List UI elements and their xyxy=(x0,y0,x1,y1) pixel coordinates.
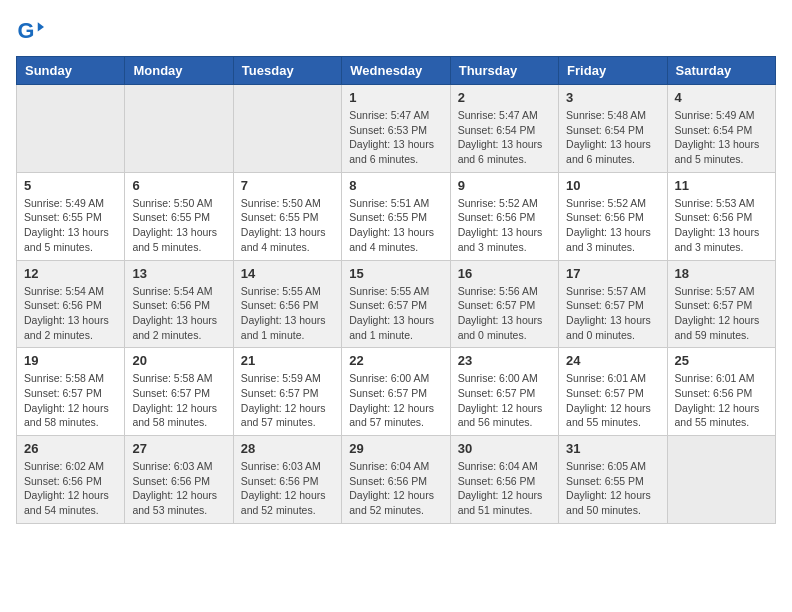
day-number: 18 xyxy=(675,266,768,281)
day-info: Sunrise: 6:03 AM Sunset: 6:56 PM Dayligh… xyxy=(241,459,334,518)
calendar-cell: 28Sunrise: 6:03 AM Sunset: 6:56 PM Dayli… xyxy=(233,436,341,524)
day-number: 26 xyxy=(24,441,117,456)
day-info: Sunrise: 6:03 AM Sunset: 6:56 PM Dayligh… xyxy=(132,459,225,518)
calendar-cell: 6Sunrise: 5:50 AM Sunset: 6:55 PM Daylig… xyxy=(125,172,233,260)
calendar-cell: 24Sunrise: 6:01 AM Sunset: 6:57 PM Dayli… xyxy=(559,348,667,436)
day-number: 24 xyxy=(566,353,659,368)
day-info: Sunrise: 5:57 AM Sunset: 6:57 PM Dayligh… xyxy=(566,284,659,343)
weekday-header: Saturday xyxy=(667,57,775,85)
calendar-cell: 29Sunrise: 6:04 AM Sunset: 6:56 PM Dayli… xyxy=(342,436,450,524)
day-info: Sunrise: 6:02 AM Sunset: 6:56 PM Dayligh… xyxy=(24,459,117,518)
day-number: 10 xyxy=(566,178,659,193)
day-number: 20 xyxy=(132,353,225,368)
day-number: 22 xyxy=(349,353,442,368)
calendar-cell: 7Sunrise: 5:50 AM Sunset: 6:55 PM Daylig… xyxy=(233,172,341,260)
day-number: 7 xyxy=(241,178,334,193)
calendar-week-row: 1Sunrise: 5:47 AM Sunset: 6:53 PM Daylig… xyxy=(17,85,776,173)
day-info: Sunrise: 5:52 AM Sunset: 6:56 PM Dayligh… xyxy=(458,196,551,255)
day-number: 29 xyxy=(349,441,442,456)
calendar-cell xyxy=(17,85,125,173)
day-number: 3 xyxy=(566,90,659,105)
calendar-cell xyxy=(125,85,233,173)
day-number: 21 xyxy=(241,353,334,368)
weekday-header: Monday xyxy=(125,57,233,85)
calendar-cell: 12Sunrise: 5:54 AM Sunset: 6:56 PM Dayli… xyxy=(17,260,125,348)
header: G xyxy=(16,16,776,44)
svg-text:G: G xyxy=(18,18,35,43)
day-info: Sunrise: 5:55 AM Sunset: 6:56 PM Dayligh… xyxy=(241,284,334,343)
day-info: Sunrise: 5:59 AM Sunset: 6:57 PM Dayligh… xyxy=(241,371,334,430)
day-number: 6 xyxy=(132,178,225,193)
calendar-cell xyxy=(233,85,341,173)
calendar-cell: 14Sunrise: 5:55 AM Sunset: 6:56 PM Dayli… xyxy=(233,260,341,348)
day-number: 16 xyxy=(458,266,551,281)
svg-marker-1 xyxy=(38,22,44,31)
day-info: Sunrise: 6:01 AM Sunset: 6:56 PM Dayligh… xyxy=(675,371,768,430)
calendar-week-row: 26Sunrise: 6:02 AM Sunset: 6:56 PM Dayli… xyxy=(17,436,776,524)
day-info: Sunrise: 6:01 AM Sunset: 6:57 PM Dayligh… xyxy=(566,371,659,430)
day-info: Sunrise: 5:58 AM Sunset: 6:57 PM Dayligh… xyxy=(24,371,117,430)
weekday-header: Friday xyxy=(559,57,667,85)
calendar-cell: 4Sunrise: 5:49 AM Sunset: 6:54 PM Daylig… xyxy=(667,85,775,173)
calendar-cell: 5Sunrise: 5:49 AM Sunset: 6:55 PM Daylig… xyxy=(17,172,125,260)
calendar-cell: 21Sunrise: 5:59 AM Sunset: 6:57 PM Dayli… xyxy=(233,348,341,436)
logo: G xyxy=(16,16,48,44)
day-number: 4 xyxy=(675,90,768,105)
day-info: Sunrise: 5:49 AM Sunset: 6:55 PM Dayligh… xyxy=(24,196,117,255)
calendar: SundayMondayTuesdayWednesdayThursdayFrid… xyxy=(16,56,776,524)
day-info: Sunrise: 6:00 AM Sunset: 6:57 PM Dayligh… xyxy=(458,371,551,430)
day-info: Sunrise: 5:56 AM Sunset: 6:57 PM Dayligh… xyxy=(458,284,551,343)
calendar-cell: 17Sunrise: 5:57 AM Sunset: 6:57 PM Dayli… xyxy=(559,260,667,348)
calendar-cell: 1Sunrise: 5:47 AM Sunset: 6:53 PM Daylig… xyxy=(342,85,450,173)
day-info: Sunrise: 6:04 AM Sunset: 6:56 PM Dayligh… xyxy=(349,459,442,518)
day-number: 2 xyxy=(458,90,551,105)
day-number: 15 xyxy=(349,266,442,281)
day-number: 19 xyxy=(24,353,117,368)
weekday-header: Sunday xyxy=(17,57,125,85)
day-number: 9 xyxy=(458,178,551,193)
calendar-cell: 23Sunrise: 6:00 AM Sunset: 6:57 PM Dayli… xyxy=(450,348,558,436)
day-info: Sunrise: 5:54 AM Sunset: 6:56 PM Dayligh… xyxy=(24,284,117,343)
calendar-cell: 26Sunrise: 6:02 AM Sunset: 6:56 PM Dayli… xyxy=(17,436,125,524)
weekday-header: Wednesday xyxy=(342,57,450,85)
calendar-cell: 2Sunrise: 5:47 AM Sunset: 6:54 PM Daylig… xyxy=(450,85,558,173)
calendar-week-row: 5Sunrise: 5:49 AM Sunset: 6:55 PM Daylig… xyxy=(17,172,776,260)
day-info: Sunrise: 5:49 AM Sunset: 6:54 PM Dayligh… xyxy=(675,108,768,167)
day-number: 13 xyxy=(132,266,225,281)
calendar-cell: 30Sunrise: 6:04 AM Sunset: 6:56 PM Dayli… xyxy=(450,436,558,524)
day-number: 25 xyxy=(675,353,768,368)
logo-icon: G xyxy=(16,16,44,44)
day-number: 30 xyxy=(458,441,551,456)
calendar-cell: 8Sunrise: 5:51 AM Sunset: 6:55 PM Daylig… xyxy=(342,172,450,260)
day-number: 31 xyxy=(566,441,659,456)
calendar-cell: 9Sunrise: 5:52 AM Sunset: 6:56 PM Daylig… xyxy=(450,172,558,260)
calendar-cell: 11Sunrise: 5:53 AM Sunset: 6:56 PM Dayli… xyxy=(667,172,775,260)
day-info: Sunrise: 6:00 AM Sunset: 6:57 PM Dayligh… xyxy=(349,371,442,430)
calendar-week-row: 19Sunrise: 5:58 AM Sunset: 6:57 PM Dayli… xyxy=(17,348,776,436)
day-number: 23 xyxy=(458,353,551,368)
calendar-cell: 18Sunrise: 5:57 AM Sunset: 6:57 PM Dayli… xyxy=(667,260,775,348)
calendar-cell: 15Sunrise: 5:55 AM Sunset: 6:57 PM Dayli… xyxy=(342,260,450,348)
day-number: 11 xyxy=(675,178,768,193)
day-info: Sunrise: 5:50 AM Sunset: 6:55 PM Dayligh… xyxy=(241,196,334,255)
day-info: Sunrise: 5:53 AM Sunset: 6:56 PM Dayligh… xyxy=(675,196,768,255)
day-info: Sunrise: 5:58 AM Sunset: 6:57 PM Dayligh… xyxy=(132,371,225,430)
calendar-cell: 27Sunrise: 6:03 AM Sunset: 6:56 PM Dayli… xyxy=(125,436,233,524)
day-info: Sunrise: 5:57 AM Sunset: 6:57 PM Dayligh… xyxy=(675,284,768,343)
day-number: 1 xyxy=(349,90,442,105)
header-row: SundayMondayTuesdayWednesdayThursdayFrid… xyxy=(17,57,776,85)
calendar-cell: 22Sunrise: 6:00 AM Sunset: 6:57 PM Dayli… xyxy=(342,348,450,436)
calendar-week-row: 12Sunrise: 5:54 AM Sunset: 6:56 PM Dayli… xyxy=(17,260,776,348)
calendar-cell: 3Sunrise: 5:48 AM Sunset: 6:54 PM Daylig… xyxy=(559,85,667,173)
day-number: 17 xyxy=(566,266,659,281)
day-info: Sunrise: 6:05 AM Sunset: 6:55 PM Dayligh… xyxy=(566,459,659,518)
day-info: Sunrise: 5:52 AM Sunset: 6:56 PM Dayligh… xyxy=(566,196,659,255)
day-number: 14 xyxy=(241,266,334,281)
day-info: Sunrise: 5:50 AM Sunset: 6:55 PM Dayligh… xyxy=(132,196,225,255)
day-number: 27 xyxy=(132,441,225,456)
day-info: Sunrise: 5:47 AM Sunset: 6:53 PM Dayligh… xyxy=(349,108,442,167)
calendar-cell: 16Sunrise: 5:56 AM Sunset: 6:57 PM Dayli… xyxy=(450,260,558,348)
calendar-cell: 10Sunrise: 5:52 AM Sunset: 6:56 PM Dayli… xyxy=(559,172,667,260)
calendar-cell: 13Sunrise: 5:54 AM Sunset: 6:56 PM Dayli… xyxy=(125,260,233,348)
day-info: Sunrise: 5:48 AM Sunset: 6:54 PM Dayligh… xyxy=(566,108,659,167)
